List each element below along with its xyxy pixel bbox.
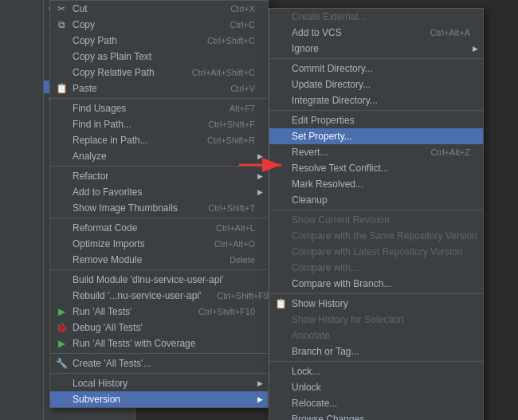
lock-icon: [274, 365, 287, 378]
paste-icon: 📋: [55, 82, 68, 95]
find-usages-icon: [55, 102, 68, 115]
find-in-path-label: Find in Path...: [73, 119, 131, 130]
unlock-label: Unlock: [292, 382, 321, 393]
compare-with-item[interactable]: Compare with...: [269, 260, 483, 276]
ignore-item[interactable]: Ignore: [269, 41, 483, 57]
annotate-item[interactable]: Annotate: [269, 328, 483, 343]
compare-latest-icon: [274, 245, 287, 258]
update-dir-icon: [274, 78, 287, 91]
show-thumbnails-shortcut: Ctrl+Shift+T: [192, 203, 255, 213]
cleanup-item[interactable]: Cleanup: [269, 192, 483, 208]
relocate-icon: [274, 397, 287, 410]
subversion-label: Subversion: [73, 394, 120, 405]
ide-sidebar: [0, 0, 44, 420]
analyze-icon: [55, 150, 68, 163]
paste-item[interactable]: 📋 Paste Ctrl+V: [50, 80, 268, 96]
add-to-vcs-item[interactable]: Add to VCS Ctrl+Alt+A: [269, 25, 483, 41]
update-dir-label: Update Directory...: [292, 79, 371, 90]
commit-dir-item[interactable]: Commit Directory...: [269, 61, 483, 77]
copy-plain-item[interactable]: Copy as Plain Text: [50, 49, 268, 65]
cut-shortcut: Ctrl+X: [214, 4, 255, 14]
add-favorites-item[interactable]: Add to Favorites: [50, 184, 268, 200]
resolve-conflict-item[interactable]: Resolve Text Conflict...: [269, 160, 483, 176]
cut-item[interactable]: ✂ Cut Ctrl+X: [50, 1, 268, 17]
find-usages-item[interactable]: Find Usages Alt+F7: [50, 100, 268, 116]
show-history-sel-item[interactable]: Show History for Selection: [269, 312, 483, 328]
run-tests-icon: ▶: [55, 305, 68, 318]
remove-module-item[interactable]: Remove Module Delete: [50, 252, 268, 268]
browse-changes-item[interactable]: Browse Changes...: [269, 411, 483, 420]
right-context-menu: Create External... Add to VCS Ctrl+Alt+A…: [269, 8, 484, 420]
compare-same-repo-icon: [274, 230, 287, 242]
add-to-vcs-icon: [274, 26, 287, 39]
create-external-label: Create External...: [292, 11, 366, 22]
run-tests-shortcut: Ctrl+Shift+F10: [182, 307, 255, 316]
revert-shortcut: Ctrl+Alt+Z: [414, 147, 470, 157]
copy-path-item[interactable]: Copy Path Ctrl+Shift+C: [50, 33, 268, 49]
compare-with-icon: [274, 261, 287, 274]
copy-item[interactable]: ⧉ Copy Ctrl+C: [50, 17, 268, 33]
find-in-path-shortcut: Ctrl+Shift+F: [192, 120, 255, 129]
cut-label: Cut: [73, 3, 88, 14]
separator-r5: [269, 361, 483, 362]
edit-properties-item[interactable]: Edit Properties: [269, 112, 483, 128]
paste-shortcut: Ctrl+V: [214, 84, 255, 93]
browse-changes-label: Browse Changes...: [292, 414, 372, 420]
commit-dir-label: Commit Directory...: [292, 63, 373, 74]
analyze-label: Analyze: [73, 151, 107, 162]
revert-item[interactable]: Revert... Ctrl+Alt+Z: [269, 144, 483, 160]
run-coverage-item[interactable]: ▶ Run 'All Tests' with Coverage: [50, 336, 268, 351]
unlock-item[interactable]: Unlock: [269, 379, 483, 395]
compare-same-repo-item[interactable]: Compare with the Same Repository Version: [269, 228, 483, 244]
optimize-imports-label: Optimize Imports: [73, 238, 145, 249]
cleanup-icon: [274, 194, 287, 206]
subversion-icon: [55, 393, 68, 406]
set-property-label: Set Property...: [292, 131, 352, 142]
replace-in-path-label: Replace in Path...: [73, 135, 148, 146]
subversion-item[interactable]: Subversion: [50, 391, 268, 407]
show-thumbnails-item[interactable]: Show Image Thumbnails Ctrl+Shift+T: [50, 200, 268, 216]
compare-latest-item[interactable]: Compare with Latest Repository Version: [269, 244, 483, 260]
create-external-item[interactable]: Create External...: [269, 9, 483, 25]
copy-relative-item[interactable]: Copy Relative Path Ctrl+Alt+Shift+C: [50, 65, 268, 80]
compare-latest-label: Compare with Latest Repository Version: [292, 246, 462, 257]
integrate-dir-label: Integrate Directory...: [292, 95, 378, 106]
debug-tests-item[interactable]: 🐞 Debug 'All Tests': [50, 320, 268, 336]
analyze-item[interactable]: Analyze: [50, 148, 268, 164]
separator-1: [50, 98, 268, 99]
optimize-imports-item[interactable]: Optimize Imports Ctrl+Alt+O: [50, 236, 268, 252]
copy-relative-icon: [55, 66, 68, 79]
reformat-item[interactable]: Reformat Code Ctrl+Alt+L: [50, 220, 268, 236]
branch-tag-item[interactable]: Branch or Tag...: [269, 343, 483, 359]
debug-tests-label: Debug 'All Tests': [73, 322, 143, 333]
integrate-dir-item[interactable]: Integrate Directory...: [269, 92, 483, 108]
reformat-shortcut: Ctrl+Alt+L: [200, 223, 255, 233]
relocate-item[interactable]: Relocate...: [269, 395, 483, 411]
resolve-conflict-label: Resolve Text Conflict...: [292, 163, 389, 174]
compare-branch-item[interactable]: Compare with Branch...: [269, 276, 483, 292]
local-history-item[interactable]: Local History: [50, 375, 268, 391]
replace-in-path-item[interactable]: Replace in Path... Ctrl+Shift+R: [50, 132, 268, 148]
create-tests-item[interactable]: 🔧 Create 'All Tests'...: [50, 355, 268, 371]
debug-tests-icon: 🐞: [55, 321, 68, 334]
set-property-item[interactable]: Set Property...: [269, 128, 483, 144]
left-context-menu: ✂ Cut Ctrl+X ⧉ Copy Ctrl+C Copy Path Ctr…: [49, 0, 269, 408]
show-history-item[interactable]: 📋 Show History: [269, 296, 483, 312]
cleanup-label: Cleanup: [292, 194, 328, 206]
mark-resolved-item[interactable]: Mark Resolved...: [269, 176, 483, 192]
lock-item[interactable]: Lock...: [269, 363, 483, 379]
find-in-path-item[interactable]: Find in Path... Ctrl+Shift+F: [50, 116, 268, 132]
run-tests-label: Run 'All Tests': [73, 306, 131, 317]
show-current-rev-item[interactable]: Show Current Revision: [269, 212, 483, 228]
build-module-item[interactable]: Build Module 'dlnu-service-user-api': [50, 272, 268, 288]
revert-icon: [274, 146, 287, 159]
separator-3: [50, 218, 268, 218]
run-tests-item[interactable]: ▶ Run 'All Tests' Ctrl+Shift+F10: [50, 304, 268, 320]
refactor-item[interactable]: Refactor: [50, 168, 268, 184]
update-dir-item[interactable]: Update Directory...: [269, 77, 483, 92]
copy-label: Copy: [73, 19, 95, 30]
rebuild-module-item[interactable]: Rebuild '...nu-service-user-api' Ctrl+Sh…: [50, 288, 268, 304]
show-history-icon: 📋: [274, 297, 287, 310]
run-coverage-label: Run 'All Tests' with Coverage: [73, 338, 195, 349]
run-coverage-icon: ▶: [55, 337, 68, 350]
